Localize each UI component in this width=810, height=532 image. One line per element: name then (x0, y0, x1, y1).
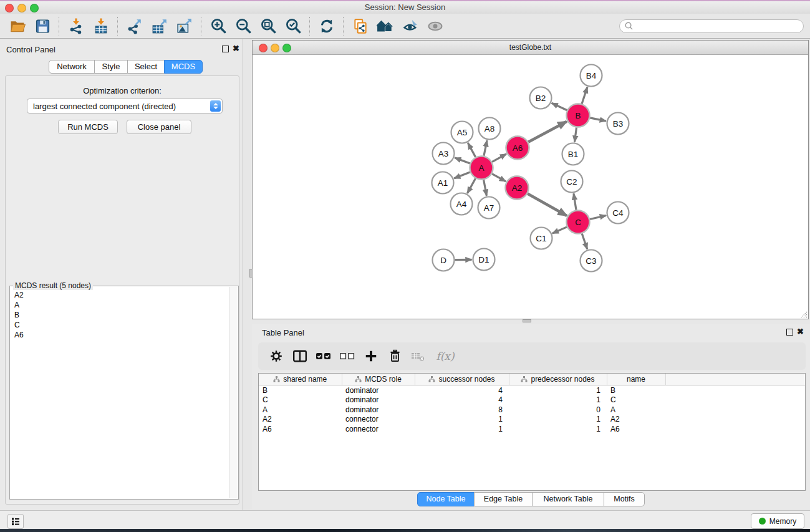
graph-edge-A-A5[interactable] (468, 143, 475, 157)
graph-node-B1[interactable]: B1 (562, 143, 584, 165)
graph-node-C3[interactable]: C3 (581, 250, 602, 272)
graph-node-D1[interactable]: D1 (473, 249, 495, 271)
graph-edge-A-A1[interactable] (454, 172, 470, 178)
column-header-MCDS-role[interactable]: MCDS role (342, 374, 415, 385)
mcds-result-item[interactable]: B (10, 310, 238, 320)
result-scrollbar[interactable] (229, 287, 238, 498)
close-panel-button[interactable]: Close panel (127, 120, 191, 134)
save-session-icon[interactable] (30, 16, 55, 37)
graph-edge-C-C3[interactable] (582, 233, 587, 249)
settings-icon[interactable] (264, 346, 288, 367)
graph-node-A3[interactable]: A3 (433, 143, 455, 165)
graph-node-A7[interactable]: A7 (478, 197, 500, 219)
graph-edge-C-C2[interactable] (574, 193, 576, 210)
show-details-icon[interactable] (423, 16, 448, 37)
column-header-successor-nodes[interactable]: successor nodes (415, 374, 509, 385)
import-network-icon[interactable] (64, 16, 89, 37)
network-window-titlebar[interactable]: testGlobe.txt (253, 41, 808, 55)
tab-mcds[interactable]: MCDS (164, 60, 203, 74)
tab-node-table[interactable]: Node Table (417, 492, 475, 506)
mcds-result-item[interactable]: C (10, 320, 238, 330)
function-builder-icon[interactable]: f(x) (430, 346, 460, 367)
resize-grip-icon[interactable] (799, 309, 808, 318)
float-panel-icon[interactable] (222, 46, 229, 52)
graph-edge-A6-B[interactable] (528, 122, 567, 142)
network-canvas-svg[interactable]: B4B2BB3B1C2A5A8A6A3AA1A2A4A7C4CC1C3DD1 (253, 55, 808, 319)
delete-table-icon[interactable] (407, 346, 430, 367)
table-row[interactable]: A6connector11A6 (259, 424, 806, 434)
graph-edge-A-A3[interactable] (455, 158, 470, 163)
graph-node-B4[interactable]: B4 (581, 65, 602, 87)
graph-edge-A-A7[interactable] (484, 180, 487, 196)
close-panel-icon[interactable]: ✖ (233, 45, 239, 52)
column-header-predecessor-nodes[interactable]: predecessor nodes (509, 374, 607, 385)
column-header-shared-name[interactable]: shared name (259, 374, 342, 385)
tab-motifs[interactable]: Motifs (604, 492, 645, 506)
add-icon[interactable] (359, 346, 383, 367)
column-header-name[interactable]: name (607, 374, 665, 385)
graph-node-D[interactable]: D (433, 249, 455, 271)
graph-edge-C-C4[interactable] (590, 215, 606, 219)
graph-edge-B-B3[interactable] (590, 118, 606, 121)
style-eye-icon[interactable] (398, 16, 423, 37)
deselect-all-icon[interactable] (335, 346, 359, 367)
graph-node-A[interactable]: A (470, 157, 493, 180)
tab-network-table[interactable]: Network Table (532, 492, 604, 506)
close-table-panel-icon[interactable]: ✖ (797, 328, 804, 336)
table-row[interactable]: Cdominator41C (259, 395, 806, 405)
graph-node-A6[interactable]: A6 (506, 137, 529, 160)
graph-edge-A2-C[interactable] (528, 194, 567, 216)
graph-node-A5[interactable]: A5 (451, 122, 473, 143)
graph-node-B[interactable]: B (567, 104, 590, 127)
graph-edge-B-B2[interactable] (552, 103, 567, 110)
export-table-icon[interactable] (147, 16, 172, 37)
mcds-result-item[interactable]: A6 (10, 330, 238, 340)
delete-icon[interactable] (383, 346, 407, 367)
zoom-in-icon[interactable] (206, 16, 231, 37)
tab-select[interactable]: Select (127, 60, 165, 74)
graph-node-C1[interactable]: C1 (531, 228, 552, 249)
zoom-selected-icon[interactable] (281, 16, 306, 37)
duplicate-network-icon[interactable] (348, 16, 373, 37)
open-session-icon[interactable] (5, 16, 30, 37)
split-view-icon[interactable] (288, 346, 312, 367)
splitter-handle[interactable] (523, 319, 531, 322)
graph-node-A1[interactable]: A1 (432, 172, 454, 194)
task-history-button[interactable] (7, 514, 24, 529)
graph-edge-A-A2[interactable] (492, 174, 506, 181)
criterion-dropdown[interactable]: largest connected component (directed) (27, 99, 223, 114)
import-table-icon[interactable] (89, 16, 113, 37)
mcds-result-item[interactable]: A (10, 300, 238, 310)
export-image-icon[interactable] (172, 16, 197, 37)
graph-node-C[interactable]: C (567, 211, 590, 234)
graph-edge-A-A4[interactable] (467, 178, 475, 193)
run-mcds-button[interactable]: Run MCDS (58, 120, 118, 134)
float-table-panel-icon[interactable] (786, 329, 793, 336)
tab-network[interactable]: Network (49, 60, 95, 74)
zoom-out-icon[interactable] (231, 16, 256, 37)
graph-edge-A-A6[interactable] (492, 154, 506, 162)
graph-node-A2[interactable]: A2 (506, 177, 529, 200)
graph-edge-C-C1[interactable] (552, 227, 567, 233)
graph-node-A8[interactable]: A8 (479, 118, 501, 140)
tab-style[interactable]: Style (94, 60, 128, 74)
graph-edge-B-B1[interactable] (574, 127, 576, 142)
graph-node-C2[interactable]: C2 (561, 171, 583, 193)
graph-node-A4[interactable]: A4 (451, 193, 473, 215)
search-input[interactable] (619, 19, 804, 33)
table-row[interactable]: Bdominator41B (259, 385, 806, 395)
zoom-fit-icon[interactable] (256, 16, 281, 37)
select-all-icon[interactable] (312, 346, 335, 367)
mcds-result-item[interactable]: A2 (10, 290, 238, 300)
refresh-icon[interactable] (314, 16, 339, 37)
memory-button[interactable]: Memory (751, 513, 804, 529)
graph-node-B2[interactable]: B2 (530, 87, 552, 109)
tab-edge-table[interactable]: Edge Table (474, 492, 533, 506)
graph-edge-B-B4[interactable] (582, 87, 587, 104)
graph-edge-A-A8[interactable] (484, 140, 487, 156)
graph-node-B3[interactable]: B3 (607, 113, 629, 135)
export-network-icon[interactable] (122, 16, 147, 37)
splitter-handle[interactable] (249, 269, 253, 278)
table-row[interactable]: Adominator80A (259, 405, 806, 415)
table-row[interactable]: A2connector11A2 (259, 415, 806, 425)
